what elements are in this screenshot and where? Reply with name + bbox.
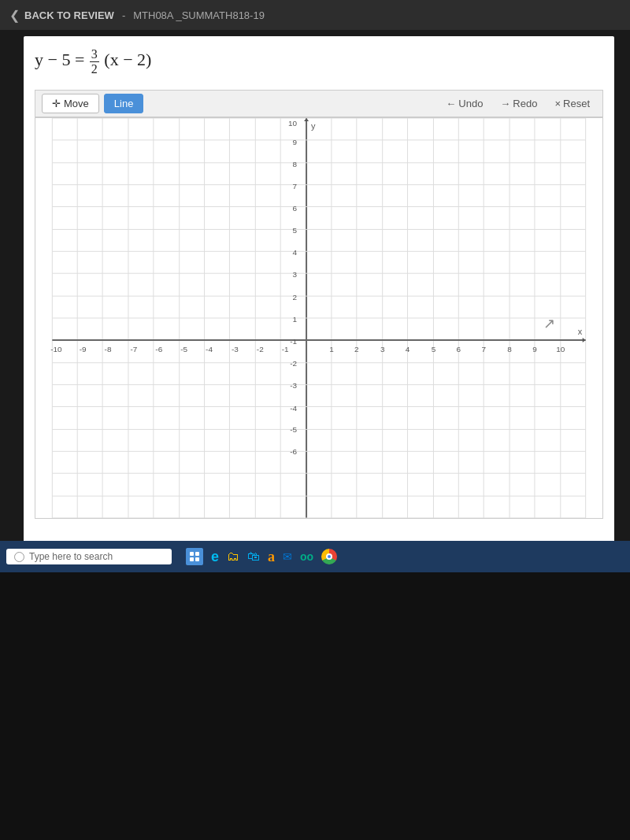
tripadvisor-icon[interactable]: oo: [300, 550, 313, 563]
svg-text:8: 8: [507, 345, 512, 353]
redo-button[interactable]: → Redo: [494, 94, 543, 113]
back-to-review-label[interactable]: BACK TO REVIEW: [24, 9, 114, 21]
undo-label: Undo: [458, 98, 483, 109]
taskbar-icons: e 🗂 🛍 a ✉ oo: [186, 548, 337, 565]
equation-right: (x − 2): [104, 50, 151, 69]
move-label: Move: [64, 98, 89, 109]
equation-left: y − 5 =: [35, 50, 84, 69]
equation-fraction: 3 2: [90, 47, 99, 76]
svg-text:-8: -8: [105, 345, 112, 353]
svg-text:7: 7: [481, 345, 486, 353]
mail-icon[interactable]: ✉: [283, 550, 292, 563]
course-title: MTH08A _SUMMATH818-19: [133, 9, 265, 21]
svg-text:-7: -7: [130, 345, 137, 353]
redo-icon: →: [500, 98, 510, 109]
svg-text:-9: -9: [80, 345, 87, 353]
separator: -: [122, 9, 125, 21]
fraction-denominator: 2: [90, 62, 99, 76]
line-label: Line: [114, 98, 134, 109]
reset-label: Reset: [563, 98, 590, 109]
svg-text:-5: -5: [180, 345, 187, 353]
svg-text:-2: -2: [257, 345, 264, 353]
svg-text:y: y: [311, 121, 316, 131]
graph-container[interactable]: x y -1 -2 -3 -4 -5 -6 -7 -8 -9 -10 1 2 3…: [35, 117, 603, 519]
graph-svg: x y -1 -2 -3 -4 -5 -6 -7 -8 -9 -10 1 2 3…: [35, 118, 602, 518]
svg-text:-6: -6: [290, 448, 297, 457]
move-icon: ✛: [52, 98, 61, 109]
svg-text:5: 5: [432, 345, 436, 353]
svg-text:6: 6: [457, 345, 461, 353]
undo-button[interactable]: ← Undo: [439, 94, 489, 113]
svg-text:6: 6: [293, 204, 298, 213]
svg-text:2: 2: [354, 345, 359, 353]
search-circle-icon: [14, 552, 24, 562]
svg-rect-83: [195, 552, 199, 556]
svg-text:4: 4: [406, 345, 410, 353]
svg-text:2: 2: [293, 293, 298, 302]
chrome-icon[interactable]: [321, 549, 337, 564]
svg-text:-1: -1: [282, 345, 289, 353]
svg-text:8: 8: [293, 160, 298, 168]
svg-text:3: 3: [293, 270, 298, 279]
svg-text:1: 1: [293, 315, 298, 324]
search-bar[interactable]: Type here to search: [6, 549, 172, 564]
svg-text:-10: -10: [50, 345, 62, 353]
cursor-icon: ↗: [543, 315, 555, 332]
svg-text:-1: -1: [290, 337, 297, 346]
taskbar: Type here to search e 🗂 🛍 a ✉ oo: [0, 541, 630, 572]
redo-label: Redo: [513, 98, 537, 109]
svg-text:-4: -4: [290, 404, 297, 413]
svg-rect-84: [190, 557, 194, 561]
svg-rect-82: [190, 552, 194, 556]
graph-toolbar: ✛ Move Line ← Undo → Redo × Reset: [35, 90, 603, 117]
svg-text:-5: -5: [290, 426, 297, 435]
amazon-icon[interactable]: a: [268, 549, 275, 565]
svg-text:5: 5: [293, 227, 298, 235]
reset-button[interactable]: × Reset: [548, 94, 596, 113]
svg-rect-85: [195, 557, 199, 561]
undo-icon: ←: [446, 98, 456, 109]
browser-content: y − 5 = 3 2 (x − 2) ✛ Move Line ← Undo →…: [24, 36, 614, 572]
svg-text:-4: -4: [206, 345, 213, 353]
svg-text:7: 7: [293, 182, 298, 191]
svg-text:x: x: [578, 327, 583, 336]
svg-text:-3: -3: [232, 345, 239, 353]
svg-text:9: 9: [293, 138, 298, 146]
svg-text:-6: -6: [155, 345, 162, 353]
keyboard-area: [0, 572, 630, 840]
move-button[interactable]: ✛ Move: [42, 94, 99, 113]
svg-text:-3: -3: [290, 381, 297, 390]
taskview-icon[interactable]: [186, 548, 203, 565]
top-bar: ❮ BACK TO REVIEW - MTH08A _SUMMATH818-19: [0, 0, 630, 30]
reset-icon: ×: [554, 98, 561, 109]
back-arrow-icon: ❮: [9, 8, 20, 23]
svg-text:10: 10: [556, 345, 565, 353]
svg-text:3: 3: [380, 345, 385, 353]
svg-text:9: 9: [532, 345, 537, 353]
svg-text:1: 1: [329, 345, 334, 353]
svg-text:-2: -2: [290, 359, 297, 368]
svg-text:10: 10: [288, 119, 298, 128]
svg-text:4: 4: [293, 249, 298, 257]
store-icon[interactable]: 🛍: [247, 550, 260, 564]
line-button[interactable]: Line: [104, 94, 144, 113]
equation-display: y − 5 = 3 2 (x − 2): [35, 44, 603, 79]
edge-icon[interactable]: e: [211, 549, 219, 565]
fraction-numerator: 3: [90, 47, 99, 62]
search-placeholder: Type here to search: [29, 551, 113, 562]
folder-icon[interactable]: 🗂: [227, 550, 239, 564]
